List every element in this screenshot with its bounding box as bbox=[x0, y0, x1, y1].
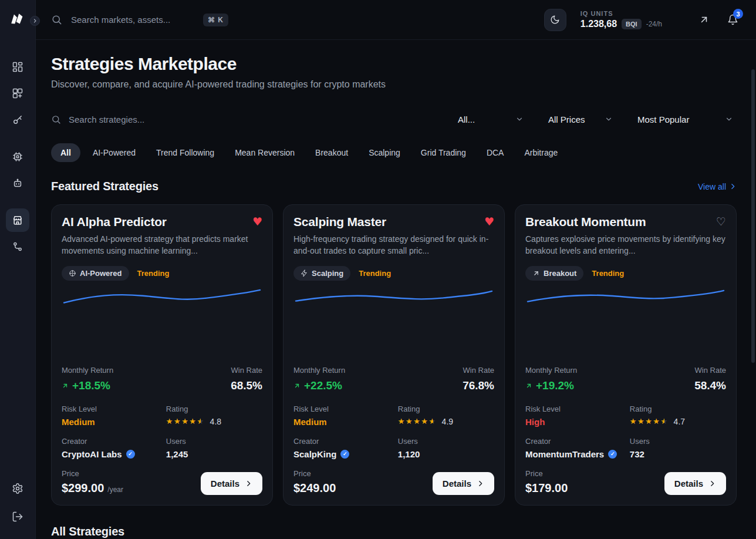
price-label: Price bbox=[525, 469, 543, 478]
risk-stat: Risk Level High bbox=[525, 403, 630, 427]
balance-label: IQ UNITS bbox=[580, 10, 662, 17]
cpu-icon bbox=[12, 151, 23, 163]
monthly-return-value: +22.5% bbox=[304, 379, 342, 392]
sidebar-item-api-keys[interactable] bbox=[6, 108, 29, 132]
chip-dca[interactable]: DCA bbox=[478, 143, 512, 162]
rating-value: 4.9 bbox=[442, 417, 453, 426]
win-rate-value: 68.5% bbox=[231, 379, 262, 392]
chip-all[interactable]: All bbox=[51, 143, 80, 162]
strategy-title: Scalping Master bbox=[293, 215, 386, 229]
chip-mean-reversion[interactable]: Mean Reversion bbox=[227, 143, 303, 162]
verified-badge-icon: ✓ bbox=[608, 450, 617, 459]
featured-section-header: Featured Strategies View all bbox=[51, 180, 737, 193]
win-rate-value: 76.8% bbox=[463, 379, 494, 392]
filter-row: All... All Prices Most Popular bbox=[51, 105, 737, 133]
arrow-up-right-icon bbox=[62, 382, 69, 389]
category-badge: AI-Powered bbox=[62, 266, 129, 281]
verified-badge-icon: ✓ bbox=[340, 450, 349, 459]
chip-ai-powered[interactable]: AI-Powered bbox=[85, 143, 144, 162]
expand-button[interactable] bbox=[698, 14, 710, 25]
favorite-button[interactable]: ♥ bbox=[484, 216, 494, 227]
gear-icon bbox=[12, 483, 23, 494]
global-search-input[interactable] bbox=[71, 15, 194, 25]
store-icon bbox=[12, 214, 23, 226]
trending-tag: Trending bbox=[359, 269, 391, 278]
page-subtitle: Discover, compare, and acquire AI-powere… bbox=[51, 79, 737, 90]
chip-breakout[interactable]: Breakout bbox=[307, 143, 356, 162]
details-button[interactable]: Details bbox=[664, 472, 726, 495]
sidebar-item-settings[interactable] bbox=[6, 477, 29, 500]
strategy-search-input[interactable] bbox=[69, 114, 256, 124]
key-icon bbox=[12, 114, 23, 126]
notifications-button[interactable]: 3 bbox=[727, 14, 738, 25]
risk-label: Risk Level bbox=[62, 405, 97, 413]
monthly-return-label: Monthly Return bbox=[293, 366, 345, 375]
grid-plus-icon bbox=[12, 87, 23, 99]
details-button-label: Details bbox=[674, 479, 703, 489]
theme-toggle-button[interactable] bbox=[544, 9, 566, 31]
category-select-value: All... bbox=[458, 114, 475, 124]
category-badge: Scalping bbox=[293, 266, 350, 281]
app-logo-icon bbox=[9, 11, 26, 28]
sparkline-chart bbox=[293, 287, 494, 356]
strategy-card: Breakout Momentum ♡ Captures explosive p… bbox=[515, 204, 737, 506]
users-value: 732 bbox=[630, 449, 726, 459]
sidebar-item-dashboard[interactable] bbox=[6, 55, 29, 79]
strategy-search bbox=[51, 114, 458, 124]
users-stat: Users 1,120 bbox=[398, 436, 494, 459]
sidebar-item-cpu[interactable] bbox=[6, 145, 29, 169]
sort-select[interactable]: Most Popular bbox=[637, 114, 733, 124]
network-nodes-icon bbox=[12, 241, 23, 252]
monthly-return-label: Monthly Return bbox=[62, 366, 113, 375]
sidebar-item-logout[interactable] bbox=[6, 505, 29, 528]
win-rate-label: Win Rate bbox=[463, 366, 494, 375]
chevron-right-icon bbox=[708, 480, 716, 487]
strategy-description: High-frequency trading strategy designed… bbox=[293, 233, 494, 257]
chip-scalping[interactable]: Scalping bbox=[360, 143, 409, 162]
sidebar-item-panels-add[interactable] bbox=[6, 82, 29, 105]
moon-icon bbox=[550, 15, 560, 25]
users-label: Users bbox=[630, 437, 650, 446]
chevron-right-icon bbox=[32, 18, 38, 23]
trending-tag: Trending bbox=[137, 269, 170, 278]
price-period: /year bbox=[107, 486, 123, 494]
price-label: Price bbox=[293, 469, 311, 478]
details-button[interactable]: Details bbox=[201, 472, 262, 495]
scrollbar-thumb[interactable] bbox=[751, 69, 755, 363]
details-button[interactable]: Details bbox=[433, 472, 494, 495]
chip-grid-trading[interactable]: Grid Trading bbox=[413, 143, 474, 162]
strategy-card: AI Alpha Predictor ♥ Advanced AI-powered… bbox=[51, 204, 273, 506]
page-content: Strategies Marketplace Discover, compare… bbox=[36, 40, 756, 539]
strategy-title: Breakout Momentum bbox=[525, 215, 646, 229]
sidebar-footer bbox=[6, 477, 29, 528]
trending-tag: Trending bbox=[592, 269, 624, 278]
users-stat: Users 732 bbox=[630, 436, 726, 459]
monthly-return-value: +19.2% bbox=[536, 379, 574, 392]
global-search: ⌘ K bbox=[51, 14, 228, 26]
sidebar-item-network[interactable] bbox=[6, 235, 29, 258]
category-select[interactable]: All... bbox=[458, 114, 524, 124]
sort-select-value: Most Popular bbox=[637, 114, 689, 124]
lightning-icon bbox=[301, 270, 308, 277]
sidebar-item-marketplace[interactable] bbox=[6, 208, 29, 232]
chevron-down-icon bbox=[515, 115, 524, 123]
sidebar-expand-button[interactable] bbox=[30, 16, 40, 26]
chip-arbitrage[interactable]: Arbitrage bbox=[516, 143, 566, 162]
main-column: ⌘ K IQ UNITS 1.238,68 BQI -24/h bbox=[36, 0, 756, 539]
category-badge-label: Scalping bbox=[312, 269, 343, 278]
sidebar bbox=[0, 0, 36, 539]
sidebar-item-bots[interactable] bbox=[6, 171, 29, 195]
view-all-link[interactable]: View all bbox=[698, 182, 737, 191]
price-select[interactable]: All Prices bbox=[548, 114, 613, 124]
chip-trend-following[interactable]: Trend Following bbox=[148, 143, 222, 162]
rating-stat: Rating ★★★★★★★★★★ 4.9 bbox=[398, 403, 494, 427]
star-rating: ★★★★★★★★★★ bbox=[630, 417, 669, 425]
win-rate-stat: Win Rate 76.8% bbox=[463, 365, 494, 392]
notification-count-badge: 3 bbox=[733, 9, 743, 19]
monthly-return-label: Monthly Return bbox=[525, 366, 577, 375]
favorite-button[interactable]: ♡ bbox=[716, 216, 726, 227]
price-select-value: All Prices bbox=[548, 114, 585, 124]
favorite-button[interactable]: ♥ bbox=[252, 216, 262, 227]
risk-value: Medium bbox=[293, 417, 398, 427]
strategy-title: AI Alpha Predictor bbox=[62, 215, 167, 229]
